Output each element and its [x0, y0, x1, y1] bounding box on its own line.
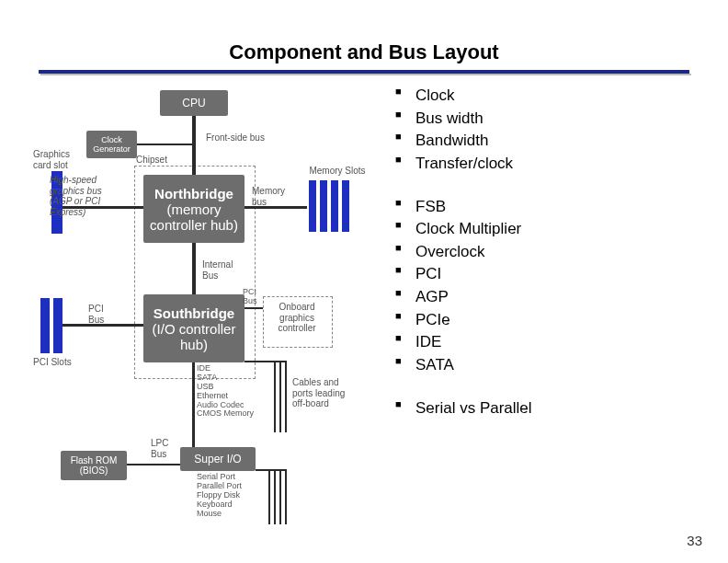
label-cables: Cables and ports leading off-board [292, 377, 345, 409]
box-superio: Super I/O [180, 447, 256, 471]
label-hs-gfx: High-speed graphics bus (AGP or PCI Expr… [50, 175, 102, 217]
bullet-item: Serial vs Parallel [395, 397, 532, 420]
mem-slot [331, 180, 338, 232]
label-internal-bus: Internal Bus [202, 259, 233, 281]
wire-offboard [245, 361, 287, 362]
box-flashrom: Flash ROM (BIOS) [61, 451, 127, 480]
wire-offboard [274, 362, 276, 432]
box-southbridge: Southbridge (I/O controller hub) [143, 294, 245, 362]
box-northbridge: Northbridge (memory controller hub) [143, 175, 245, 243]
label-gfx-slot: Graphics card slot [33, 149, 77, 170]
pci-slot [40, 298, 50, 353]
bullet-item: AGP [395, 286, 532, 309]
title-divider [39, 70, 689, 75]
bus-diagram: Chipset CPU Front-side bus Clock Generat… [33, 83, 382, 552]
wire-sb-gfx [245, 307, 263, 309]
wire-cpu-nb [192, 116, 196, 175]
wire-nb-sb [192, 243, 196, 294]
wire-sio-out [274, 471, 276, 524]
southbridge-title: Southbridge [147, 305, 241, 321]
label-pci-bus: PCI Bus [88, 304, 104, 325]
northbridge-sub: (memory controller hub) [147, 201, 241, 233]
bullet-item: Transfer/clock [395, 153, 532, 176]
label-pci-bus2: PCI Bus [243, 287, 257, 306]
label-lpc-bus: LPC Bus [151, 438, 168, 459]
label-mem-bus: Memory bus [252, 186, 285, 207]
wire-offboard [285, 362, 287, 432]
label-onboard-gfx: Onboard graphics controller [265, 302, 329, 334]
bullet-item: PCIe [395, 309, 532, 332]
mem-slot [320, 180, 327, 232]
bullet-item: FSB [395, 196, 532, 219]
box-cpu: CPU [160, 90, 228, 116]
bullet-item: SATA [395, 354, 532, 377]
bullet-item: IDE [395, 331, 532, 354]
bullet-group-3: Serial vs Parallel [395, 397, 532, 420]
wire-sio-out-h [256, 469, 287, 471]
bullet-group-2: FSB Clock Multiplier Overclock PCI AGP P… [395, 196, 532, 377]
mem-slot [309, 180, 316, 232]
label-chipset: Chipset [136, 155, 167, 166]
bullet-item: Clock Multiplier [395, 218, 532, 241]
bullet-item: Bus width [395, 108, 532, 131]
label-sio-ports: Serial Port Parallel Port Floppy Disk Ke… [197, 473, 242, 518]
label-sb-ports: IDE SATA USB Ethernet Audio Codec CMOS M… [197, 364, 254, 419]
wire-sio-out [279, 471, 281, 524]
label-pci-slots: PCI Slots [33, 357, 72, 368]
page-number: 33 [687, 533, 702, 548]
bullet-item: Bandwidth [395, 130, 532, 153]
wire-offboard [279, 362, 281, 432]
label-mem-slots: Memory Slots [301, 166, 373, 177]
bullet-section: Clock Bus width Bandwidth Transfer/clock… [395, 85, 532, 440]
label-fsb: Front-side bus [206, 132, 265, 144]
southbridge-sub: (I/O controller hub) [147, 321, 241, 352]
bullet-group-1: Clock Bus width Bandwidth Transfer/clock [395, 85, 532, 176]
wire-sio-out [268, 471, 270, 524]
wire-lpc [192, 362, 195, 447]
pci-slot [53, 298, 63, 353]
bullet-item: Clock [395, 85, 532, 108]
bullet-item: Overclock [395, 241, 532, 264]
page-title: Component and Bus Layout [0, 0, 728, 64]
box-clockgen: Clock Generator [86, 131, 137, 158]
wire-sio-out [285, 471, 287, 524]
wire-clock-cpu [137, 144, 192, 145]
bullet-item: PCI [395, 263, 532, 286]
mem-slot [342, 180, 349, 232]
northbridge-title: Northbridge [147, 186, 241, 201]
